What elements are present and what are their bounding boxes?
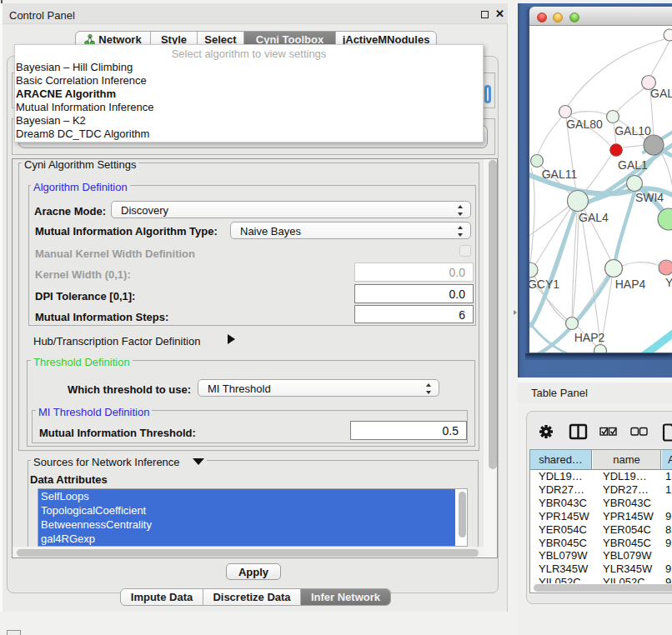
svg-text:GAL80: GAL80 — [566, 118, 603, 131]
svg-text:GCY1: GCY1 — [529, 278, 559, 291]
svg-text:GAL4: GAL4 — [579, 211, 609, 224]
svg-text:GAL: GAL — [650, 87, 672, 100]
svg-text:GAL11: GAL11 — [542, 168, 578, 181]
svg-text:GAL1: GAL1 — [618, 158, 648, 172]
svg-text:SWI4: SWI4 — [635, 191, 664, 204]
svg-text:YM: YM — [665, 276, 672, 289]
svg-text:HAP2: HAP2 — [574, 331, 605, 344]
svg-text:HAP4: HAP4 — [615, 278, 646, 291]
svg-text:GAL10: GAL10 — [614, 124, 651, 138]
